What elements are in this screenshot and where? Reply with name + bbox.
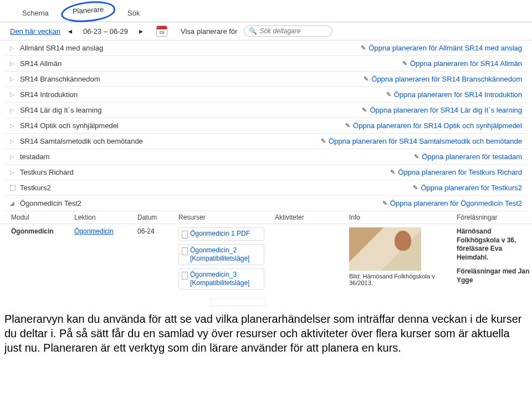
course-row: ▷testadam✎Öppna planeraren för testadam: [6, 149, 526, 165]
tool-icon: ✎: [364, 75, 369, 83]
open-planner-link[interactable]: ✎Öppna planeraren för SR14 Branschkänned…: [364, 75, 522, 83]
open-planner-link[interactable]: ✎Öppna planeraren för SR14 Samtalsmetodi…: [321, 137, 522, 145]
course-name[interactable]: Ögonmedicin Test2: [20, 199, 81, 207]
tool-icon: ✎: [321, 138, 326, 145]
tool-icon: ✎: [402, 60, 407, 67]
detail-info: Bild: Härnösand Folkhögskola v 36/2013.: [349, 227, 454, 286]
course-row: ▷SR14 Optik och synhjälpmedel✎Öppna plan…: [6, 118, 526, 134]
planner-toolbar: Den här veckan ◂ 06-23 – 06-29 ▸ 28 Visa…: [0, 22, 532, 40]
course-row: ◢Ögonmedicin Test2✎Öppna planeraren för …: [6, 196, 526, 211]
tab-planerare[interactable]: Planerare: [60, 0, 116, 23]
open-planner-link-text: Öppna planeraren för Testkurs2: [421, 184, 522, 192]
tool-icon: ✎: [390, 169, 395, 176]
detail-header-row: Modul Lektion Datum Resurser Aktiviteter…: [0, 211, 532, 224]
disclosure-icon[interactable]: ▷: [10, 76, 16, 82]
open-planner-link[interactable]: ✎Öppna planeraren för Allmänt SR14 med a…: [361, 44, 522, 52]
disclosure-icon[interactable]: [10, 185, 16, 191]
detail-lektion-link[interactable]: Ögonmedicin: [74, 227, 114, 235]
date-range-label: 06-23 – 06-29: [80, 27, 131, 35]
col-resurser: Resurser: [178, 214, 273, 221]
resource-label: Ögonmedicin_2 [Kompatibilitetsläge]: [190, 246, 261, 263]
fore-text-1: Härnösand Folkhögskola v 36, föreläsare …: [457, 227, 532, 262]
prev-week-button[interactable]: ◂: [64, 27, 76, 35]
tool-icon: ✎: [386, 91, 391, 98]
disclosure-icon[interactable]: ▷: [10, 107, 16, 113]
tool-icon: ✎: [345, 122, 350, 129]
detail-forelasningar: Härnösand Folkhögskola v 36, föreläsare …: [457, 227, 532, 285]
document-icon: [182, 247, 188, 255]
disclosure-icon[interactable]: ▷: [10, 92, 16, 98]
open-planner-link[interactable]: ✎Öppna planeraren för SR14 Optik och syn…: [345, 121, 522, 130]
next-week-button[interactable]: ▸: [135, 27, 147, 35]
open-planner-link-text: Öppna planeraren för SR14 Branschkännedo…: [371, 75, 522, 83]
search-icon: 🔍: [249, 27, 257, 35]
course-row: Testkurs2✎Öppna planeraren för Testkurs2: [6, 180, 526, 196]
course-list: ▷Allmänt SR14 med anslag✎Öppna planerare…: [0, 40, 532, 211]
course-row: ▷SR14 Samtalsmetodik och bemötande✎Öppna…: [6, 134, 526, 149]
open-planner-link-text: Öppna planeraren för SR14 Optik och synh…: [353, 121, 522, 130]
course-name[interactable]: SR14 Introduktion: [20, 90, 78, 99]
planner-description: Planerarvyn kan du använda för att se va…: [0, 306, 532, 359]
col-datum: Datum: [137, 214, 176, 221]
search-participant-input[interactable]: [259, 27, 326, 35]
open-planner-link-text: Öppna planeraren för SR14 Introduktion: [394, 90, 522, 99]
detail-datum: 06-24: [137, 227, 176, 235]
course-name[interactable]: SR14 Lär dig It´s learning: [20, 106, 101, 114]
tab-schema[interactable]: Schema: [10, 4, 61, 22]
calendar-day-number: 28: [157, 29, 167, 35]
disclosure-icon[interactable]: ▷: [10, 169, 16, 175]
tabs-bar: Schema Planerare Sök: [0, 0, 532, 22]
open-planner-link[interactable]: ✎Öppna planeraren för Testkurs2: [413, 184, 522, 192]
resource-item[interactable]: Ögonmedicin 1 PDF: [178, 227, 264, 241]
resource-item[interactable]: Ögonmedicin_2 [Kompatibilitetsläge]: [178, 244, 264, 265]
disclosure-icon[interactable]: ▷: [10, 138, 16, 144]
col-forelasningar: Föreläsningar: [457, 214, 532, 221]
course-name[interactable]: Testkurs Richard: [20, 168, 74, 176]
open-planner-link[interactable]: ✎Öppna planeraren för SR14 Introduktion: [386, 90, 522, 99]
resource-label: Ögonmedicin_3 [Kompatibilitetsläge]: [190, 271, 261, 287]
detail-resources: Ögonmedicin 1 PDFÖgonmedicin_2 [Kompatib…: [178, 227, 273, 293]
open-planner-link-text: Öppna planeraren för SR14 Lär dig It´s l…: [370, 106, 522, 114]
disclosure-icon[interactable]: ▷: [10, 60, 16, 67]
open-planner-link-text: Öppna planeraren för Testkurs Richard: [398, 168, 522, 176]
disclosure-icon[interactable]: ▷: [10, 154, 16, 160]
disclosure-icon[interactable]: ▷: [10, 123, 16, 129]
info-thumbnail[interactable]: [349, 227, 421, 271]
course-name[interactable]: SR14 Samtalsmetodik och bemötande: [20, 137, 143, 145]
course-name[interactable]: SR14 Allmän: [20, 59, 62, 68]
open-planner-link-text: Öppna planeraren för Ögonmedicin Test2: [390, 199, 522, 207]
disclosure-icon[interactable]: ◢: [10, 200, 16, 206]
course-row: ▷Testkurs Richard✎Öppna planeraren för T…: [6, 165, 526, 180]
course-name[interactable]: SR14 Optik och synhjälpmedel: [20, 121, 119, 130]
course-name[interactable]: Allmänt SR14 med anslag: [20, 44, 103, 52]
col-modul: Modul: [11, 214, 72, 221]
course-row: ▷SR14 Branschkännedom✎Öppna planeraren f…: [6, 72, 526, 87]
extra-resource-box[interactable]: [211, 298, 266, 306]
tab-sok[interactable]: Sök: [115, 4, 152, 22]
resource-item[interactable]: Ögonmedicin_3 [Kompatibilitetsläge]: [178, 268, 264, 290]
open-planner-link-text: Öppna planeraren för Allmänt SR14 med an…: [369, 44, 522, 52]
fore-text-2: Föreläsningar med Jan Ygge: [457, 267, 532, 285]
this-week-link[interactable]: Den här veckan: [10, 27, 60, 35]
course-name[interactable]: testadam: [20, 153, 49, 161]
show-planner-for-label: Visa planerare för: [181, 27, 237, 35]
open-planner-link[interactable]: ✎Öppna planeraren för Testkurs Richard: [390, 168, 522, 176]
search-participant-box[interactable]: 🔍: [244, 26, 332, 37]
tool-icon: ✎: [414, 153, 419, 160]
tool-icon: ✎: [413, 184, 418, 191]
col-aktiviteter: Aktiviteter: [275, 214, 347, 221]
tool-icon: ✎: [361, 44, 366, 52]
open-planner-link-text: Öppna planeraren för SR14 Samtalsmetodik…: [329, 137, 522, 145]
course-name[interactable]: SR14 Branschkännedom: [20, 75, 100, 83]
open-planner-link[interactable]: ✎Öppna planeraren för Ögonmedicin Test2: [382, 199, 522, 207]
document-icon: [182, 272, 188, 280]
calendar-icon[interactable]: 28: [156, 26, 167, 37]
col-info: Info: [349, 214, 454, 221]
open-planner-link[interactable]: ✎Öppna planeraren för SR14 Lär dig It´s …: [362, 106, 522, 114]
open-planner-link[interactable]: ✎Öppna planeraren för SR14 Allmän: [402, 59, 522, 68]
course-name[interactable]: Testkurs2: [20, 184, 51, 192]
disclosure-icon[interactable]: ▷: [10, 45, 16, 51]
course-row: ▷Allmänt SR14 med anslag✎Öppna planerare…: [6, 40, 526, 56]
course-row: ▷SR14 Lär dig It´s learning✎Öppna planer…: [6, 103, 526, 118]
open-planner-link[interactable]: ✎Öppna planeraren för testadam: [414, 153, 522, 161]
